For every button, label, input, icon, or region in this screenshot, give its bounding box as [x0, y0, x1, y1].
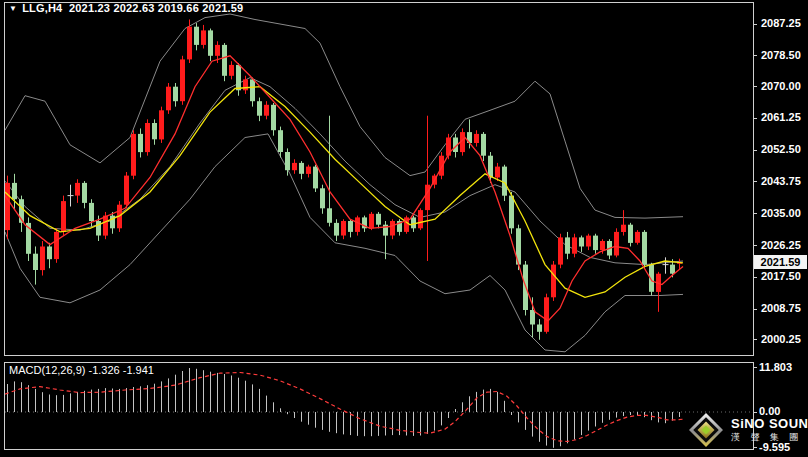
candle-body	[54, 232, 59, 259]
candle-body	[341, 221, 346, 236]
macd-name: MACD(12,26,9)	[9, 364, 85, 376]
logo-title: SiNO SOUND	[731, 417, 808, 432]
price-tick-label: 2000.25	[761, 333, 801, 345]
candle-body	[502, 167, 507, 196]
candle-body	[474, 134, 479, 143]
candle-body	[495, 167, 500, 178]
candle-body	[481, 134, 486, 156]
candle-body	[320, 188, 325, 208]
candle-body	[439, 156, 444, 176]
candle-body	[348, 221, 353, 232]
symbol-label: LLG,H4	[22, 2, 62, 14]
broker-logo: SiNO SOUND 漢 聲 集 團	[688, 412, 808, 448]
candle-body	[355, 217, 360, 232]
candle-body	[61, 201, 66, 232]
candle-body	[614, 232, 619, 256]
candle-body	[509, 196, 514, 229]
candle-body	[243, 79, 248, 90]
candle-body	[446, 138, 451, 156]
candle-body	[334, 223, 339, 236]
candle-body	[600, 241, 605, 250]
symbol-header: ▼LLG,H4 2021.23 2022.63 2019.66 2021.59	[9, 2, 243, 14]
candle-body	[222, 45, 227, 76]
price-tick-mark	[753, 339, 757, 340]
price-tick-label: 2070.00	[761, 80, 801, 92]
candle-body	[390, 221, 395, 236]
candle-body	[12, 183, 17, 199]
candle-body	[103, 216, 108, 236]
candle-body	[628, 225, 633, 243]
price-tick-mark	[753, 118, 757, 119]
candle-body	[124, 176, 129, 205]
candle-body	[558, 237, 563, 264]
candle-body	[47, 247, 52, 260]
candle-body	[530, 310, 535, 325]
candle-body	[418, 210, 423, 228]
candle-body	[257, 101, 262, 116]
candle-body	[670, 265, 675, 274]
candle-body	[180, 59, 185, 101]
candle-body	[621, 225, 626, 232]
candle-body	[173, 87, 178, 102]
candle-body	[642, 232, 647, 265]
price-tick-label: 2008.75	[761, 302, 801, 314]
price-tick-label: 2052.50	[761, 143, 801, 155]
price-tick-mark	[753, 181, 757, 182]
price-tick-mark	[753, 86, 757, 87]
candlestick-chart-canvas[interactable]	[5, 3, 753, 355]
candle-body	[194, 27, 199, 45]
price-tick-label: 2043.75	[761, 175, 801, 187]
macd-indicator-label: MACD(12,26,9) -1.326 -1.941	[9, 364, 154, 376]
candle-body	[369, 214, 374, 229]
candle-body	[544, 297, 549, 332]
candle-body	[250, 79, 255, 101]
candle-body	[327, 208, 332, 223]
candle-body	[229, 65, 234, 76]
candle-body	[96, 221, 101, 236]
low-value: 2019.66	[158, 2, 199, 14]
candle-body	[488, 156, 493, 178]
candle-body	[586, 236, 591, 247]
price-tick-mark	[753, 24, 757, 25]
price-tick-label: 2026.25	[761, 239, 801, 251]
candle-body	[236, 65, 241, 90]
candle-body	[278, 130, 283, 152]
candle-body	[306, 167, 311, 174]
candle-body	[131, 134, 136, 176]
candle-body	[635, 232, 640, 243]
candle-body	[82, 183, 87, 203]
price-tick-label: 2017.50	[761, 270, 801, 282]
candle-body	[5, 183, 10, 230]
price-tick-label: 2078.50	[761, 49, 801, 61]
price-tick-mark	[753, 277, 757, 278]
candle-body	[75, 183, 80, 196]
candle-body	[411, 217, 416, 228]
candle-body	[593, 236, 598, 251]
bollinger-upper-band	[5, 14, 683, 218]
symbol-dropdown-icon: ▼	[9, 4, 17, 13]
candle-body	[572, 237, 577, 253]
current-price-tag: 2021.59	[754, 255, 807, 269]
macd-main-value: -1.326	[88, 364, 119, 376]
candle-body	[565, 237, 570, 253]
candle-body	[271, 105, 276, 130]
candle-body	[145, 123, 150, 152]
price-tick-label: 2035.00	[761, 207, 801, 219]
candle-body	[187, 27, 192, 60]
logo-subtitle: 漢 聲 集 團	[731, 432, 808, 442]
candle-body	[33, 254, 38, 270]
price-tick-mark	[753, 150, 757, 151]
sino-sound-diamond-icon	[688, 412, 724, 448]
close-value: 2021.59	[202, 2, 243, 14]
candle-body	[138, 134, 143, 152]
macd-tick-mark	[753, 367, 757, 368]
candle-body	[551, 265, 556, 298]
chart-window: ▼LLG,H4 2021.23 2022.63 2019.66 2021.59 …	[0, 0, 808, 457]
price-tick-mark	[753, 55, 757, 56]
candle-body	[40, 247, 45, 271]
price-tick-mark	[753, 213, 757, 214]
candle-body	[285, 152, 290, 170]
open-value: 2021.23	[69, 2, 110, 14]
candle-body	[313, 167, 318, 189]
high-value: 2022.63	[113, 2, 154, 14]
